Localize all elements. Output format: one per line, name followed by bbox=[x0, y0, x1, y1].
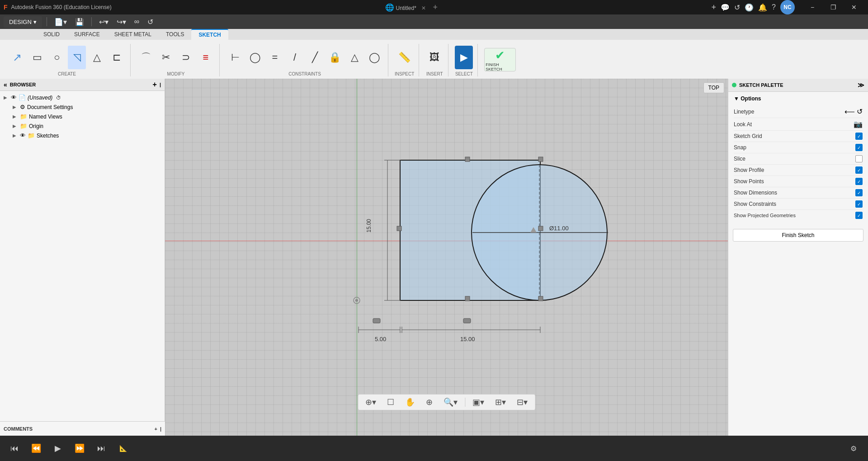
tab-solid[interactable]: SOLID bbox=[36, 29, 67, 40]
timeline-icon[interactable]: 📐 bbox=[116, 441, 130, 456]
plus-icon[interactable]: + bbox=[712, 3, 717, 12]
tree-label-root: (Unsaved) bbox=[28, 95, 52, 101]
ribbon: SOLID SURFACE SHEET METAL TOOLS SKETCH ↗… bbox=[0, 29, 868, 79]
refresh-icon[interactable]: ↺ bbox=[734, 3, 740, 12]
restore-button[interactable]: ❐ bbox=[823, 0, 844, 14]
finish-sketch-button[interactable]: ✔ FINISH SKETCH bbox=[484, 48, 516, 71]
tree-item-sketches[interactable]: ▶ 👁 📁 Sketches bbox=[0, 131, 165, 140]
playback-next-btn[interactable]: ⏩ bbox=[72, 441, 87, 456]
redo-btn[interactable]: ↪▾ bbox=[114, 16, 129, 28]
tab-sheet-metal[interactable]: SHEET METAL bbox=[107, 29, 159, 40]
finish-sketch-palette-button[interactable]: Finish Sketch bbox=[733, 229, 863, 242]
triangle-tool[interactable]: △ bbox=[88, 46, 106, 69]
offset-tool[interactable]: ⊃ bbox=[177, 46, 195, 69]
zoom-btn[interactable]: 🔍▾ bbox=[440, 396, 461, 409]
delta-constraint[interactable]: △ bbox=[345, 46, 363, 69]
palette-row-snap: Snap ✓ bbox=[734, 142, 863, 153]
grid-checkbox[interactable]: ✓ bbox=[855, 133, 863, 140]
profile-checkbox[interactable]: ✓ bbox=[855, 166, 863, 174]
pan-btn[interactable]: ✋ bbox=[401, 396, 419, 409]
linetype-icon2[interactable]: ↺ bbox=[857, 107, 863, 116]
palette-row-profile: Show Profile ✓ bbox=[734, 165, 863, 176]
select-tool[interactable]: ▶ bbox=[455, 46, 473, 69]
snap-checkbox[interactable]: ✓ bbox=[855, 144, 863, 151]
tab-tools[interactable]: TOOLS bbox=[159, 29, 191, 40]
tree-arrow-doc: ▶ bbox=[13, 105, 18, 109]
angle-constraint[interactable]: ╱ bbox=[306, 46, 324, 69]
projected-checkbox[interactable]: ✓ bbox=[855, 212, 863, 219]
tangent-constraint[interactable]: ◯ bbox=[365, 46, 383, 69]
folder-icon-root: 📄 bbox=[19, 94, 26, 101]
circle-tool[interactable]: ○ bbox=[48, 46, 66, 69]
trim-tool[interactable]: ✂ bbox=[157, 46, 175, 69]
tree-item-named-views[interactable]: ▶ 📁 Named Views bbox=[0, 112, 165, 121]
lock-constraint[interactable]: 🔒 bbox=[326, 46, 344, 69]
close-button[interactable]: ✕ bbox=[844, 0, 864, 14]
constraints-checkbox[interactable]: ✓ bbox=[855, 200, 863, 208]
tab-surface[interactable]: SURFACE bbox=[67, 29, 107, 40]
comments-add-icon[interactable]: + bbox=[154, 426, 157, 432]
record-btn[interactable]: ∞ bbox=[132, 16, 142, 28]
history-icon[interactable]: ⏱ bbox=[56, 95, 61, 100]
dimensions-checkbox[interactable]: ✓ bbox=[855, 189, 863, 196]
browser-header: « BROWSER + | bbox=[0, 79, 165, 91]
rect-tool[interactable]: ▭ bbox=[28, 46, 46, 69]
palette-row-grid: Sketch Grid ✓ bbox=[734, 131, 863, 142]
browser-more-icon[interactable]: | bbox=[160, 82, 161, 87]
eye-icon-root[interactable]: 👁 bbox=[11, 94, 17, 101]
minimize-button[interactable]: − bbox=[802, 0, 823, 14]
playback-prev-btn[interactable]: ⏪ bbox=[29, 441, 43, 456]
undo-btn[interactable]: ↩▾ bbox=[96, 16, 111, 28]
refresh-btn[interactable]: ↺ bbox=[145, 16, 156, 28]
dim-marker-2 bbox=[463, 318, 471, 323]
user-avatar[interactable]: ✕NC bbox=[780, 0, 795, 14]
circle-constraint[interactable]: ◯ bbox=[246, 46, 264, 69]
measure-tool[interactable]: 📏 bbox=[396, 46, 414, 69]
comments-bar: COMMENTS + | bbox=[0, 421, 165, 436]
help-icon[interactable]: ? bbox=[772, 3, 776, 11]
view-controls-bar: ⊕▾ ☐ ✋ ⊕ 🔍▾ ▣▾ ⊞▾ ⊟▾ bbox=[358, 394, 535, 410]
equal-constraint[interactable]: = bbox=[266, 46, 284, 69]
fillet-tool[interactable]: ⌒ bbox=[137, 46, 155, 69]
line-constraint[interactable]: / bbox=[286, 46, 304, 69]
linetype-icon1[interactable]: ⟵ bbox=[844, 107, 855, 116]
slice-checkbox[interactable] bbox=[855, 155, 863, 162]
save-btn[interactable]: 💾 bbox=[72, 16, 87, 28]
lookat-icon[interactable]: 📷 bbox=[854, 120, 863, 128]
app-icon: F bbox=[4, 4, 8, 11]
snap-btn[interactable]: ⊕▾ bbox=[362, 396, 380, 409]
eye-icon-sketches[interactable]: 👁 bbox=[20, 132, 26, 139]
finish-sketch-section: ✔ FINISH SKETCH bbox=[480, 44, 520, 76]
playback-end-btn[interactable]: ⏭ bbox=[94, 441, 108, 456]
playback-start-btn[interactable]: ⏮ bbox=[7, 441, 22, 456]
display-btn[interactable]: ☐ bbox=[383, 396, 398, 409]
clock-icon[interactable]: 🕐 bbox=[745, 3, 754, 12]
view-style-btn[interactable]: ▣▾ bbox=[469, 396, 488, 409]
dimension-constraint[interactable]: ⊢ bbox=[226, 46, 244, 69]
tree-item-doc-settings[interactable]: ▶ ⚙ Document Settings bbox=[0, 102, 165, 112]
arc-tool[interactable]: ◹ bbox=[68, 46, 86, 69]
mirror-tool[interactable]: ≡ bbox=[197, 46, 215, 69]
folder-icon-sketches: 📁 bbox=[28, 132, 35, 139]
insert-image[interactable]: 🖼 bbox=[425, 46, 443, 69]
palette-collapse-icon[interactable]: ≫ bbox=[858, 81, 864, 89]
tree-item-root[interactable]: ▶ 👁 📄 (Unsaved) ⏱ bbox=[0, 93, 165, 102]
points-checkbox[interactable]: ✓ bbox=[855, 178, 863, 185]
tab-sketch[interactable]: SKETCH bbox=[191, 29, 228, 40]
more-btn[interactable]: ⊟▾ bbox=[513, 396, 531, 409]
browser-add-icon[interactable]: + bbox=[153, 81, 157, 89]
chat-icon[interactable]: 💬 bbox=[721, 3, 730, 12]
tree-item-origin[interactable]: ▶ 📁 Origin bbox=[0, 121, 165, 131]
bell-icon[interactable]: 🔔 bbox=[758, 3, 767, 12]
orbit-btn[interactable]: ⊕ bbox=[422, 396, 436, 409]
grid-btn[interactable]: ⊞▾ bbox=[491, 396, 509, 409]
new-file-btn[interactable]: 📄▾ bbox=[52, 16, 70, 28]
settings-icon[interactable]: ⚙ bbox=[846, 441, 861, 456]
playback-play-btn[interactable]: ▶ bbox=[51, 441, 65, 456]
comments-collapse-icon[interactable]: | bbox=[160, 426, 161, 432]
polygon-tool[interactable]: ⊏ bbox=[108, 46, 126, 69]
canvas[interactable]: TOP Ø11.00 15.00 5.00 bbox=[165, 79, 728, 436]
line-tool[interactable]: ↗ bbox=[8, 46, 26, 69]
design-dropdown[interactable]: DESIGN ▾ bbox=[4, 16, 42, 28]
grip-mid-left bbox=[397, 226, 401, 231]
